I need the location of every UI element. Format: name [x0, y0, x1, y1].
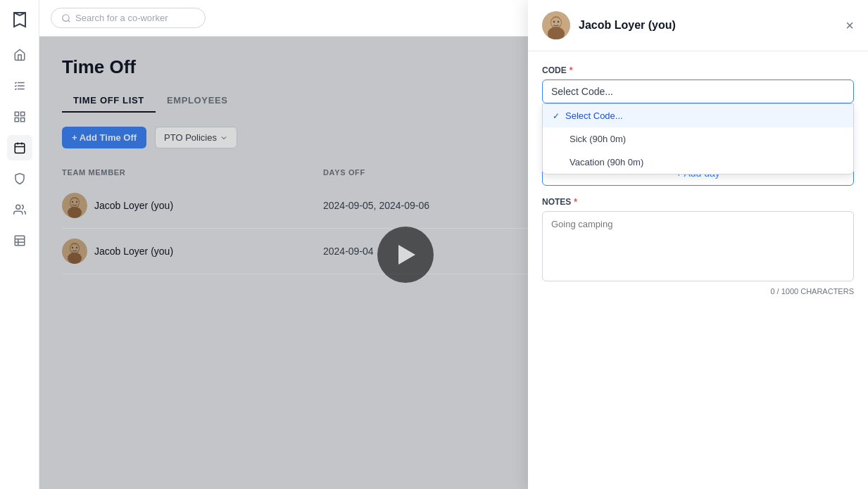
svg-rect-5 — [15, 118, 18, 122]
sidebar-item-home[interactable] — [7, 42, 32, 68]
app-logo[interactable] — [8, 8, 31, 31]
sidebar-item-security[interactable] — [7, 166, 32, 191]
dropdown-item-sick[interactable]: Sick (90h 0m) — [543, 127, 853, 151]
svg-rect-3 — [15, 112, 18, 115]
svg-rect-6 — [20, 118, 24, 122]
dropdown-item-vacation[interactable]: Vacation (90h 0m) — [543, 151, 853, 174]
svg-line-17 — [68, 20, 70, 22]
search-box[interactable]: Search for a co-worker — [51, 8, 206, 28]
svg-point-16 — [63, 14, 69, 20]
dropdown-option-1: Sick (90h 0m) — [570, 134, 626, 144]
code-dropdown-wrapper: Select Code... ✓ Select Code... Sick (90… — [542, 80, 854, 103]
dropdown-item-select[interactable]: ✓ Select Code... — [543, 104, 853, 127]
drawer-body: CODE * Select Code... ✓ Select Code... S… — [528, 51, 868, 489]
dropdown-option-2: Vacation (90h 0m) — [570, 157, 643, 167]
drawer-avatar — [542, 11, 570, 39]
check-mark-icon: ✓ — [553, 111, 560, 121]
code-selected-label: Select Code... — [551, 86, 613, 97]
code-dropdown[interactable]: Select Code... — [542, 80, 854, 103]
code-label: CODE * — [542, 65, 854, 75]
svg-rect-7 — [15, 144, 25, 153]
svg-point-34 — [553, 21, 555, 23]
char-count: 0 / 1000 CHARACTERS — [542, 287, 854, 296]
sidebar-item-dashboard[interactable] — [7, 104, 32, 129]
drawer-header: Jacob Loyer (you) × — [528, 0, 868, 51]
sidebar-item-team[interactable] — [7, 197, 32, 222]
sidebar-item-tasks[interactable] — [7, 73, 32, 99]
svg-rect-12 — [15, 236, 25, 246]
drawer-title: Jacob Loyer (you) — [579, 19, 676, 32]
close-button[interactable]: × — [845, 18, 854, 32]
svg-point-11 — [15, 205, 20, 209]
svg-point-35 — [558, 21, 560, 23]
search-placeholder: Search for a co-worker — [75, 13, 168, 23]
dropdown-list: ✓ Select Code... Sick (90h 0m) Vacation … — [542, 103, 854, 174]
notes-required-star: * — [574, 197, 577, 207]
drawer-panel: Jacob Loyer (you) × CODE * Select Code..… — [528, 0, 868, 489]
notes-textarea[interactable] — [542, 211, 854, 281]
sidebar — [0, 0, 39, 489]
dropdown-option-0: Select Code... — [565, 110, 623, 121]
search-icon — [61, 13, 71, 23]
drawer-user: Jacob Loyer (you) — [542, 11, 676, 39]
svg-rect-4 — [20, 112, 24, 115]
sidebar-item-reports[interactable] — [7, 228, 32, 253]
notes-label: NOTES * — [542, 197, 854, 207]
sidebar-item-timeoff[interactable] — [7, 135, 32, 160]
required-star: * — [570, 65, 573, 75]
